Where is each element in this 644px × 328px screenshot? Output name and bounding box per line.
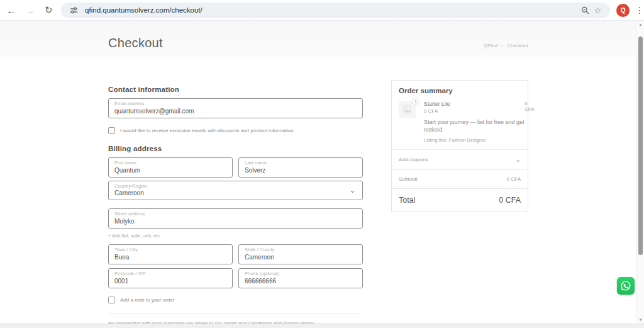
first-name-label: First name xyxy=(114,160,226,166)
page-scrollbar[interactable]: ▲ ▼ xyxy=(636,21,644,324)
state-field[interactable]: State / County Cameroon xyxy=(238,244,363,264)
breadcrumb-current: Checkout xyxy=(507,43,528,48)
url-text: qfind.quantumsolverz.com/checkout/ xyxy=(85,6,579,14)
marketing-opt-in-label: I would like to receive exclusive emails… xyxy=(120,128,294,133)
total-label: Total xyxy=(399,196,415,205)
subtotal-row: Subtotal 0 CFA xyxy=(392,169,528,188)
chevron-down-icon: ⌄ xyxy=(516,156,521,163)
bottom-edge-strip xyxy=(0,324,644,328)
item-thumbnail: 1 xyxy=(399,101,416,118)
street-address-field[interactable]: Street address Molyko xyxy=(108,208,363,229)
country-select[interactable]: Country/Region Cameroon ⌄ xyxy=(108,181,363,201)
subtotal-label: Subtotal xyxy=(399,176,417,182)
item-line-total: 0 CFA xyxy=(525,101,535,143)
breadcrumb-home-link[interactable]: QFind xyxy=(484,43,497,48)
phone-value: 666666666 xyxy=(245,277,357,285)
checkout-form: Contact information Email address quantu… xyxy=(108,86,363,328)
zoom-out-icon[interactable] xyxy=(579,4,591,16)
breadcrumb: QFind › Checkout xyxy=(484,43,528,48)
email-field-label: Email address xyxy=(114,101,357,107)
scroll-down-icon[interactable]: ▼ xyxy=(636,316,644,324)
whatsapp-icon xyxy=(620,280,631,291)
country-value: Cameroon xyxy=(114,189,357,197)
add-flat-link[interactable]: + Add flat, suite, unit, etc. xyxy=(108,233,363,239)
bookmark-star-icon[interactable]: ☆ xyxy=(591,4,604,16)
phone-label: Phone (optional) xyxy=(245,271,357,277)
email-field-value: quantumsolverz@gmail.com xyxy=(114,107,357,115)
state-label: State / County xyxy=(245,247,357,253)
item-listing-title: Listing title: Fashion Designer xyxy=(424,137,525,143)
order-note-checkbox[interactable]: Add a note to your order xyxy=(108,297,363,303)
breadcrumb-separator: › xyxy=(501,43,503,48)
form-divider xyxy=(108,313,363,314)
page-title: Checkout xyxy=(108,36,163,50)
browser-toolbar: ← → ↻ qfind.quantumsolverz.com/checkout/… xyxy=(0,0,644,21)
profile-avatar[interactable]: Q xyxy=(616,4,630,17)
first-name-field[interactable]: First name Quantum xyxy=(108,157,233,178)
checkout-page: ← → ↻ qfind.quantumsolverz.com/checkout/… xyxy=(0,0,644,328)
back-icon[interactable]: ← xyxy=(4,3,19,18)
email-field[interactable]: Email address quantumsolverz@gmail.com xyxy=(108,98,363,118)
reload-icon[interactable]: ↻ xyxy=(41,3,56,18)
last-name-label: Last name xyxy=(245,160,357,166)
item-description: Start your journey — list for free and g… xyxy=(424,118,525,133)
city-field[interactable]: Town / City Buea xyxy=(108,244,233,264)
checkbox-icon[interactable] xyxy=(108,297,115,303)
marketing-opt-in-checkbox[interactable]: I would like to receive exclusive emails… xyxy=(108,127,363,134)
billing-heading: Billing address xyxy=(108,145,363,152)
total-value: 0 CFA xyxy=(499,196,521,205)
add-coupons-label: Add coupons xyxy=(399,157,428,162)
last-name-value: Solverz xyxy=(245,166,357,174)
scroll-up-icon[interactable]: ▲ xyxy=(636,21,644,28)
item-details: Starter Lite 0 CFA Start your journey — … xyxy=(424,101,525,143)
postcode-value: 0001 xyxy=(114,277,226,285)
site-settings-icon[interactable] xyxy=(67,4,80,16)
phone-field[interactable]: Phone (optional) 666666666 xyxy=(238,268,363,288)
quantity-badge: 1 xyxy=(412,98,419,105)
whatsapp-chat-button[interactable] xyxy=(617,277,635,295)
order-summary-panel: Order summary 1 Starter Lite 0 CFA Start… xyxy=(391,80,528,212)
order-summary-heading: Order summary xyxy=(392,81,528,99)
item-unit-price: 0 CFA xyxy=(424,108,525,114)
first-name-value: Quantum xyxy=(114,166,226,174)
page-content: Checkout QFind › Checkout Contact inform… xyxy=(0,21,636,324)
total-row: Total 0 CFA xyxy=(392,188,528,212)
order-note-label: Add a note to your order xyxy=(120,297,174,303)
add-coupons-row[interactable]: Add coupons ⌄ xyxy=(392,149,528,169)
postcode-field[interactable]: Postcode / ZIP 0001 xyxy=(108,268,233,288)
street-address-label: Street address xyxy=(114,211,357,217)
state-value: Cameroon xyxy=(245,253,357,261)
postcode-label: Postcode / ZIP xyxy=(114,271,226,277)
page-header-band xyxy=(0,21,636,57)
forward-icon[interactable]: → xyxy=(23,3,38,18)
country-label: Country/Region xyxy=(114,183,357,189)
order-item: 1 Starter Lite 0 CFA Start your journey … xyxy=(392,99,528,149)
last-name-field[interactable]: Last name Solverz xyxy=(238,157,363,178)
subtotal-value: 0 CFA xyxy=(507,176,521,182)
street-address-value: Molyko xyxy=(114,217,357,225)
city-label: Town / City xyxy=(114,247,226,253)
checkbox-icon[interactable] xyxy=(108,127,115,134)
city-value: Buea xyxy=(114,253,226,261)
scrollbar-thumb[interactable] xyxy=(638,37,643,255)
address-bar[interactable]: qfind.quantumsolverz.com/checkout/ ☆ xyxy=(61,3,610,18)
item-name: Starter Lite xyxy=(424,101,525,107)
contact-heading: Contact information xyxy=(108,86,363,93)
browser-menu-icon[interactable]: ⋮ xyxy=(635,5,644,15)
